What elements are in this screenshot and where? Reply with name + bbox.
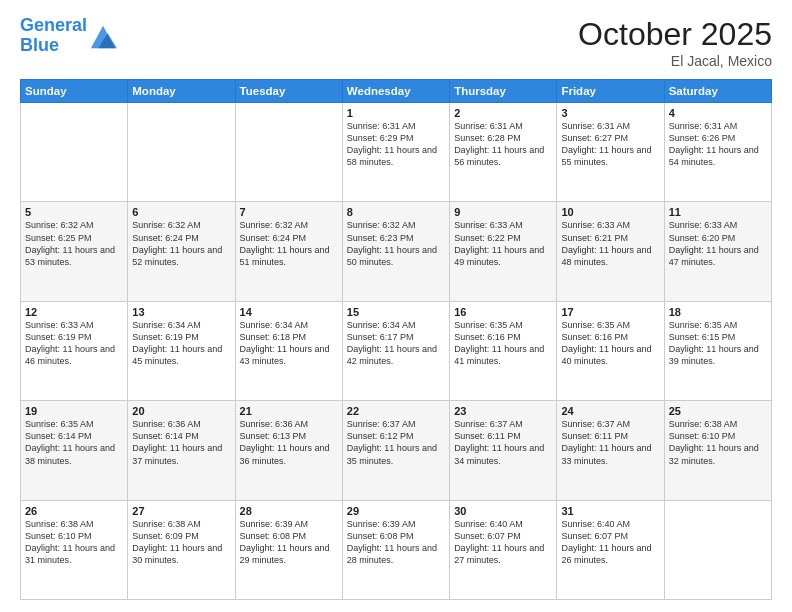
table-cell: 25Sunrise: 6:38 AMSunset: 6:10 PMDayligh…	[664, 401, 771, 500]
calendar-row: 26Sunrise: 6:38 AMSunset: 6:10 PMDayligh…	[21, 500, 772, 599]
day-number: 11	[669, 206, 767, 218]
day-number: 3	[561, 107, 659, 119]
day-number: 9	[454, 206, 552, 218]
cell-info: Sunrise: 6:31 AMSunset: 6:27 PMDaylight:…	[561, 120, 659, 169]
day-number: 31	[561, 505, 659, 517]
cell-info: Sunrise: 6:32 AMSunset: 6:23 PMDaylight:…	[347, 219, 445, 268]
day-number: 30	[454, 505, 552, 517]
cell-info: Sunrise: 6:38 AMSunset: 6:10 PMDaylight:…	[669, 418, 767, 467]
calendar-row: 19Sunrise: 6:35 AMSunset: 6:14 PMDayligh…	[21, 401, 772, 500]
logo-general: General	[20, 15, 87, 35]
day-number: 29	[347, 505, 445, 517]
col-thursday: Thursday	[450, 80, 557, 103]
cell-info: Sunrise: 6:34 AMSunset: 6:17 PMDaylight:…	[347, 319, 445, 368]
day-number: 15	[347, 306, 445, 318]
cell-info: Sunrise: 6:35 AMSunset: 6:16 PMDaylight:…	[454, 319, 552, 368]
logo: General Blue	[20, 16, 117, 56]
cell-info: Sunrise: 6:40 AMSunset: 6:07 PMDaylight:…	[561, 518, 659, 567]
header: General Blue October 2025 El Jacal, Mexi…	[20, 16, 772, 69]
cell-info: Sunrise: 6:37 AMSunset: 6:12 PMDaylight:…	[347, 418, 445, 467]
cell-info: Sunrise: 6:35 AMSunset: 6:16 PMDaylight:…	[561, 319, 659, 368]
cell-info: Sunrise: 6:36 AMSunset: 6:13 PMDaylight:…	[240, 418, 338, 467]
day-number: 25	[669, 405, 767, 417]
cell-info: Sunrise: 6:34 AMSunset: 6:18 PMDaylight:…	[240, 319, 338, 368]
day-number: 5	[25, 206, 123, 218]
day-number: 28	[240, 505, 338, 517]
logo-icon	[89, 22, 117, 50]
day-number: 4	[669, 107, 767, 119]
table-cell: 20Sunrise: 6:36 AMSunset: 6:14 PMDayligh…	[128, 401, 235, 500]
day-number: 16	[454, 306, 552, 318]
table-cell: 8Sunrise: 6:32 AMSunset: 6:23 PMDaylight…	[342, 202, 449, 301]
table-cell: 9Sunrise: 6:33 AMSunset: 6:22 PMDaylight…	[450, 202, 557, 301]
table-cell: 31Sunrise: 6:40 AMSunset: 6:07 PMDayligh…	[557, 500, 664, 599]
day-number: 1	[347, 107, 445, 119]
day-number: 12	[25, 306, 123, 318]
col-tuesday: Tuesday	[235, 80, 342, 103]
calendar-header-row: Sunday Monday Tuesday Wednesday Thursday…	[21, 80, 772, 103]
table-cell: 10Sunrise: 6:33 AMSunset: 6:21 PMDayligh…	[557, 202, 664, 301]
calendar-table: Sunday Monday Tuesday Wednesday Thursday…	[20, 79, 772, 600]
table-cell	[235, 103, 342, 202]
table-cell: 26Sunrise: 6:38 AMSunset: 6:10 PMDayligh…	[21, 500, 128, 599]
cell-info: Sunrise: 6:33 AMSunset: 6:21 PMDaylight:…	[561, 219, 659, 268]
table-cell: 23Sunrise: 6:37 AMSunset: 6:11 PMDayligh…	[450, 401, 557, 500]
day-number: 23	[454, 405, 552, 417]
day-number: 24	[561, 405, 659, 417]
cell-info: Sunrise: 6:31 AMSunset: 6:26 PMDaylight:…	[669, 120, 767, 169]
calendar-row: 12Sunrise: 6:33 AMSunset: 6:19 PMDayligh…	[21, 301, 772, 400]
table-cell: 12Sunrise: 6:33 AMSunset: 6:19 PMDayligh…	[21, 301, 128, 400]
cell-info: Sunrise: 6:38 AMSunset: 6:09 PMDaylight:…	[132, 518, 230, 567]
day-number: 2	[454, 107, 552, 119]
table-cell: 1Sunrise: 6:31 AMSunset: 6:29 PMDaylight…	[342, 103, 449, 202]
cell-info: Sunrise: 6:40 AMSunset: 6:07 PMDaylight:…	[454, 518, 552, 567]
logo-blue: Blue	[20, 35, 59, 55]
table-cell: 28Sunrise: 6:39 AMSunset: 6:08 PMDayligh…	[235, 500, 342, 599]
day-number: 18	[669, 306, 767, 318]
table-cell: 2Sunrise: 6:31 AMSunset: 6:28 PMDaylight…	[450, 103, 557, 202]
table-cell: 19Sunrise: 6:35 AMSunset: 6:14 PMDayligh…	[21, 401, 128, 500]
cell-info: Sunrise: 6:35 AMSunset: 6:14 PMDaylight:…	[25, 418, 123, 467]
month-title: October 2025	[578, 16, 772, 53]
day-number: 20	[132, 405, 230, 417]
table-cell: 7Sunrise: 6:32 AMSunset: 6:24 PMDaylight…	[235, 202, 342, 301]
cell-info: Sunrise: 6:38 AMSunset: 6:10 PMDaylight:…	[25, 518, 123, 567]
table-cell: 13Sunrise: 6:34 AMSunset: 6:19 PMDayligh…	[128, 301, 235, 400]
cell-info: Sunrise: 6:32 AMSunset: 6:24 PMDaylight:…	[132, 219, 230, 268]
cell-info: Sunrise: 6:39 AMSunset: 6:08 PMDaylight:…	[347, 518, 445, 567]
title-section: October 2025 El Jacal, Mexico	[578, 16, 772, 69]
day-number: 10	[561, 206, 659, 218]
col-friday: Friday	[557, 80, 664, 103]
cell-info: Sunrise: 6:34 AMSunset: 6:19 PMDaylight:…	[132, 319, 230, 368]
table-cell: 17Sunrise: 6:35 AMSunset: 6:16 PMDayligh…	[557, 301, 664, 400]
cell-info: Sunrise: 6:39 AMSunset: 6:08 PMDaylight:…	[240, 518, 338, 567]
cell-info: Sunrise: 6:31 AMSunset: 6:29 PMDaylight:…	[347, 120, 445, 169]
cell-info: Sunrise: 6:32 AMSunset: 6:25 PMDaylight:…	[25, 219, 123, 268]
day-number: 17	[561, 306, 659, 318]
calendar-row: 1Sunrise: 6:31 AMSunset: 6:29 PMDaylight…	[21, 103, 772, 202]
cell-info: Sunrise: 6:33 AMSunset: 6:19 PMDaylight:…	[25, 319, 123, 368]
day-number: 6	[132, 206, 230, 218]
day-number: 13	[132, 306, 230, 318]
table-cell	[664, 500, 771, 599]
day-number: 14	[240, 306, 338, 318]
table-cell: 6Sunrise: 6:32 AMSunset: 6:24 PMDaylight…	[128, 202, 235, 301]
page: General Blue October 2025 El Jacal, Mexi…	[0, 0, 792, 612]
table-cell: 22Sunrise: 6:37 AMSunset: 6:12 PMDayligh…	[342, 401, 449, 500]
cell-info: Sunrise: 6:33 AMSunset: 6:22 PMDaylight:…	[454, 219, 552, 268]
cell-info: Sunrise: 6:35 AMSunset: 6:15 PMDaylight:…	[669, 319, 767, 368]
logo-text: General Blue	[20, 16, 87, 56]
table-cell: 30Sunrise: 6:40 AMSunset: 6:07 PMDayligh…	[450, 500, 557, 599]
day-number: 8	[347, 206, 445, 218]
cell-info: Sunrise: 6:37 AMSunset: 6:11 PMDaylight:…	[454, 418, 552, 467]
day-number: 21	[240, 405, 338, 417]
day-number: 22	[347, 405, 445, 417]
table-cell: 15Sunrise: 6:34 AMSunset: 6:17 PMDayligh…	[342, 301, 449, 400]
day-number: 7	[240, 206, 338, 218]
table-cell: 5Sunrise: 6:32 AMSunset: 6:25 PMDaylight…	[21, 202, 128, 301]
table-cell	[21, 103, 128, 202]
cell-info: Sunrise: 6:31 AMSunset: 6:28 PMDaylight:…	[454, 120, 552, 169]
day-number: 26	[25, 505, 123, 517]
day-number: 27	[132, 505, 230, 517]
cell-info: Sunrise: 6:33 AMSunset: 6:20 PMDaylight:…	[669, 219, 767, 268]
